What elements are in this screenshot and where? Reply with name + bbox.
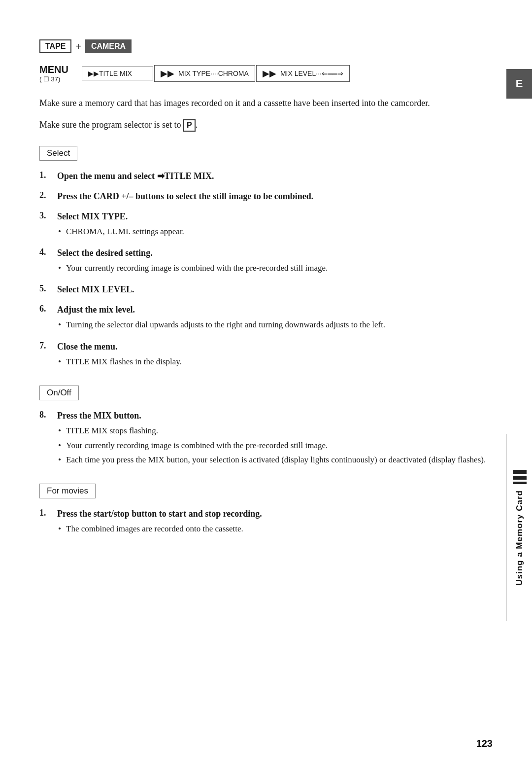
arrow-right: ➡ — [157, 171, 165, 181]
movie-step-1-bullet-1: The combined images are recorded onto th… — [57, 523, 493, 535]
side-bars — [513, 470, 527, 484]
step-4-bullet-1: Your currently recording image is combin… — [57, 262, 493, 275]
step-2-content: Press the CARD +/– buttons to select the… — [57, 190, 493, 203]
step-1-num: 1. — [39, 170, 57, 180]
step-6-bullet-1: Turning the selector dial upwards adjust… — [57, 318, 493, 331]
step-8-bullet-1: TITLE MIX stops flashing. — [57, 424, 493, 437]
menu-item-1-text: ▶▶TITLE MIX — [88, 70, 132, 77]
step-8-bullets: TITLE MIX stops flashing. Your currently… — [57, 424, 493, 466]
select-box: Select — [39, 146, 77, 161]
intro-paragraph-2: Make sure the program selector is set to… — [39, 118, 463, 132]
side-tab-e: E — [506, 69, 532, 99]
step-3-num: 3. — [39, 210, 57, 221]
plus-sign: + — [75, 41, 81, 52]
step-8-bullet-2: Your currently recording image is combin… — [57, 439, 493, 452]
movie-step-1-bullets: The combined images are recorded onto th… — [57, 523, 493, 535]
step-3-bullet-1: CHROMA, LUMI. settings appear. — [57, 225, 493, 238]
page-number: 123 — [476, 738, 493, 749]
step-7-bullets: TITLE MIX flashes in the display. — [57, 355, 493, 368]
side-label-bar: Using a Memory Card — [506, 434, 532, 621]
step-7-num: 7. — [39, 340, 57, 351]
tape-badge: TAPE — [39, 39, 71, 53]
step-7-content: Close the menu. TITLE MIX flashes in the… — [57, 340, 493, 370]
step-4-content: Select the desired setting. Your current… — [57, 246, 493, 276]
step-7: 7. Close the menu. TITLE MIX flashes in … — [39, 340, 493, 370]
step-6: 6. Adjust the mix level. Turning the sel… — [39, 303, 493, 333]
page-content: E Using a Memory Card TAPE + CAMERA MENU… — [0, 0, 532, 773]
step-8-num: 8. — [39, 409, 57, 420]
step-1: 1. Open the menu and select ➡TITLE MIX. — [39, 170, 493, 183]
p-box: P — [183, 119, 196, 132]
step-5-content: Select MIX LEVEL. — [57, 283, 493, 296]
step-7-bullet-1: TITLE MIX flashes in the display. — [57, 355, 493, 368]
movie-step-1-content: Press the start/stop button to start and… — [57, 507, 493, 537]
menu-label: MENU ( ☐ 37) — [39, 64, 79, 83]
menu-row: MENU ( ☐ 37) ▶▶TITLE MIX ▶▶ MIX TYPE····… — [39, 64, 493, 83]
menu-item-2: ▶▶ MIX TYPE····CHROMA — [154, 65, 255, 82]
step-8-content: Press the MIX button. TITLE MIX stops fl… — [57, 409, 493, 468]
bar3 — [513, 482, 527, 484]
menu-sub: ( ☐ 37) — [39, 75, 79, 83]
intro-paragraph-1: Make sure a memory card that has images … — [39, 97, 463, 110]
step-4: 4. Select the desired setting. Your curr… — [39, 246, 493, 276]
step-6-bullets: Turning the selector dial upwards adjust… — [57, 318, 493, 331]
header-section: TAPE + CAMERA MENU ( ☐ 37) ▶▶TITLE MIX ▶… — [39, 39, 493, 83]
for-movies-box: For movies — [39, 484, 96, 498]
step-5-title: Select MIX LEVEL. — [57, 284, 134, 294]
step-2-num: 2. — [39, 190, 57, 201]
tape-camera-row: TAPE + CAMERA — [39, 39, 493, 53]
steps-list-3: 1. Press the start/stop button to start … — [39, 507, 493, 537]
menu-item-1: ▶▶TITLE MIX — [82, 67, 153, 80]
menu-item-3-text: MIX LEVEL···⇐══⇒ — [280, 70, 343, 77]
step-6-content: Adjust the mix level. Turning the select… — [57, 303, 493, 333]
step-8: 8. Press the MIX button. TITLE MIX stops… — [39, 409, 493, 468]
step-3-bullets: CHROMA, LUMI. settings appear. — [57, 225, 493, 238]
side-tab-label: E — [516, 77, 523, 90]
step-5: 5. Select MIX LEVEL. — [39, 283, 493, 296]
bar2 — [513, 476, 527, 480]
step-1-title: Open the menu and select ➡TITLE MIX. — [57, 171, 214, 181]
step-3-content: Select MIX TYPE. CHROMA, LUMI. settings … — [57, 210, 493, 240]
intro-text2: Make sure the program selector is set to — [39, 120, 181, 130]
step-7-title: Close the menu. — [57, 342, 118, 351]
menu-dbl-arrow-2: ▶▶ — [161, 68, 174, 79]
step-1-content: Open the menu and select ➡TITLE MIX. — [57, 170, 493, 183]
step-3-title: Select MIX TYPE. — [57, 211, 128, 221]
step-5-num: 5. — [39, 283, 57, 294]
step-3: 3. Select MIX TYPE. CHROMA, LUMI. settin… — [39, 210, 493, 240]
menu-item-3: ▶▶ MIX LEVEL···⇐══⇒ — [256, 65, 350, 82]
on-off-box: On/Off — [39, 386, 79, 400]
menu-text: MENU — [39, 64, 68, 75]
step-6-title: Adjust the mix level. — [57, 305, 135, 315]
movie-step-1-num: 1. — [39, 507, 57, 518]
bar1 — [513, 470, 527, 474]
movie-step-1: 1. Press the start/stop button to start … — [39, 507, 493, 537]
movie-step-1-title: Press the start/stop button to start and… — [57, 509, 262, 519]
step-4-num: 4. — [39, 246, 57, 257]
menu-item-2-text: MIX TYPE····CHROMA — [178, 70, 249, 77]
step-8-bullet-3: Each time you press the MIX button, your… — [57, 454, 493, 466]
steps-list-2: 8. Press the MIX button. TITLE MIX stops… — [39, 409, 493, 468]
steps-list-1: 1. Open the menu and select ➡TITLE MIX. … — [39, 170, 493, 370]
side-label-text: Using a Memory Card — [515, 490, 525, 586]
menu-dbl-arrow-3: ▶▶ — [263, 68, 276, 79]
step-2-title: Press the CARD +/– buttons to select the… — [57, 191, 313, 201]
step-4-title: Select the desired setting. — [57, 248, 153, 258]
step-2: 2. Press the CARD +/– buttons to select … — [39, 190, 493, 203]
step-6-num: 6. — [39, 303, 57, 314]
step-4-bullets: Your currently recording image is combin… — [57, 262, 493, 275]
camera-badge: CAMERA — [85, 39, 132, 53]
step-8-title: Press the MIX button. — [57, 411, 141, 421]
